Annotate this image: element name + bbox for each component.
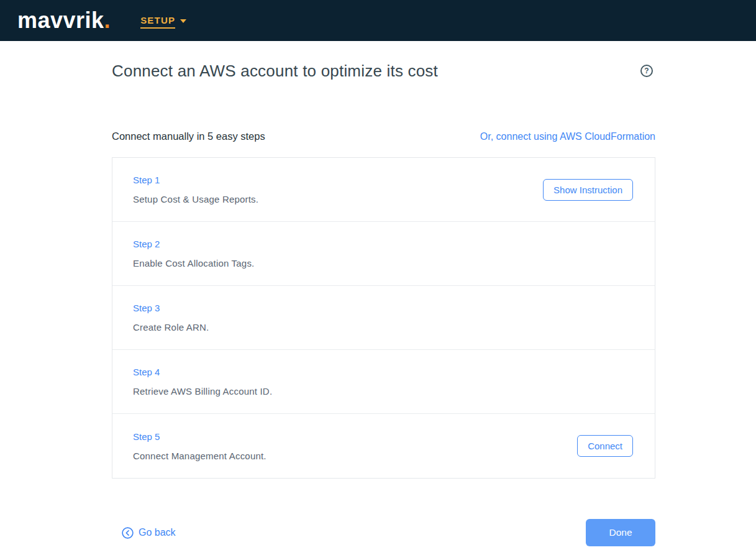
page-title: Connect an AWS account to optimize its c… bbox=[112, 62, 438, 80]
chevron-down-icon bbox=[180, 19, 186, 23]
step-row-5: Step 5 Connect Management Account. Conne… bbox=[112, 414, 655, 478]
step-1-description: Setup Cost & Usage Reports. bbox=[133, 194, 258, 204]
step-row-1: Step 1 Setup Cost & Usage Reports. Show … bbox=[112, 158, 655, 222]
step-text: Step 4 Retrieve AWS Billing Account ID. bbox=[133, 367, 272, 397]
step-2-label: Step 2 bbox=[133, 239, 254, 249]
app-header: mavvrik. SETUP bbox=[0, 0, 756, 41]
connect-button[interactable]: Connect bbox=[577, 435, 633, 457]
back-circle-icon bbox=[122, 527, 134, 539]
title-row: Connect an AWS account to optimize its c… bbox=[112, 62, 655, 80]
show-instruction-button[interactable]: Show Instruction bbox=[543, 179, 633, 201]
step-1-label: Step 1 bbox=[133, 175, 258, 185]
steps-header: Connect manually in 5 easy steps Or, con… bbox=[112, 131, 655, 142]
step-3-description: Create Role ARN. bbox=[133, 322, 209, 333]
logo-text: mavvrik bbox=[17, 7, 104, 33]
done-button[interactable]: Done bbox=[586, 519, 655, 546]
step-row-4: Step 4 Retrieve AWS Billing Account ID. bbox=[112, 350, 655, 414]
step-5-description: Connect Management Account. bbox=[133, 451, 266, 461]
logo-dot: . bbox=[104, 7, 111, 33]
nav-setup-menu[interactable]: SETUP bbox=[140, 15, 186, 29]
step-5-label: Step 5 bbox=[133, 431, 266, 442]
step-4-description: Retrieve AWS Billing Account ID. bbox=[133, 386, 272, 397]
step-text: Step 5 Connect Management Account. bbox=[133, 431, 266, 461]
go-back-label: Go back bbox=[139, 527, 176, 538]
step-3-label: Step 3 bbox=[133, 303, 209, 313]
step-text: Step 2 Enable Cost Allocation Tags. bbox=[133, 239, 254, 268]
go-back-link[interactable]: Go back bbox=[122, 527, 176, 539]
step-text: Step 3 Create Role ARN. bbox=[133, 303, 209, 333]
step-row-2: Step 2 Enable Cost Allocation Tags. bbox=[112, 222, 655, 286]
cloudformation-link[interactable]: Or, connect using AWS CloudFormation bbox=[480, 131, 655, 142]
logo[interactable]: mavvrik. bbox=[17, 9, 111, 32]
steps-heading: Connect manually in 5 easy steps bbox=[112, 131, 265, 142]
step-4-label: Step 4 bbox=[133, 367, 272, 377]
nav-setup-label: SETUP bbox=[140, 15, 175, 29]
step-row-3: Step 3 Create Role ARN. bbox=[112, 286, 655, 350]
main-content: Connect an AWS account to optimize its c… bbox=[112, 62, 655, 546]
steps-card: Step 1 Setup Cost & Usage Reports. Show … bbox=[112, 157, 655, 479]
help-icon[interactable]: ? bbox=[640, 65, 653, 77]
step-text: Step 1 Setup Cost & Usage Reports. bbox=[133, 175, 258, 204]
step-2-description: Enable Cost Allocation Tags. bbox=[133, 258, 254, 268]
footer-row: Go back Done bbox=[112, 519, 655, 546]
